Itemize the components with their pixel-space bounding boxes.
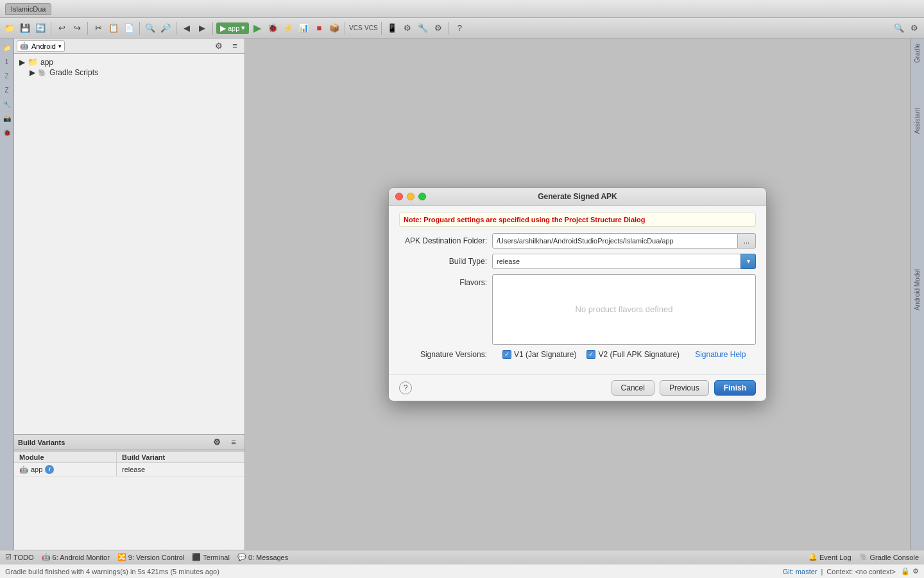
android-selector[interactable]: 🤖 Android ▾: [17, 40, 65, 52]
build-type-select-wrapper: release debug ▾: [492, 254, 756, 269]
panel-options-btn[interactable]: ≡: [228, 39, 242, 53]
toolbar-copy-btn[interactable]: 📋: [107, 21, 121, 35]
dialog-content: Note: Proguard settings are specified us…: [389, 206, 766, 374]
previous-button[interactable]: Previous: [660, 380, 709, 396]
cancel-button[interactable]: Cancel: [612, 380, 654, 396]
bottom-tab-bar: ☑ TODO 🤖 6: Android Monitor 🔀 9: Version…: [0, 550, 924, 564]
toolbar-attach-btn[interactable]: ⚡: [281, 21, 295, 35]
dialog-help-btn[interactable]: ?: [399, 381, 412, 394]
tree-app-label: app: [40, 58, 53, 67]
toolbar-sdk-btn[interactable]: 🔧: [416, 21, 430, 35]
toolbar-save-btn[interactable]: 💾: [18, 21, 32, 35]
captures-tab-icon[interactable]: 📸: [1, 112, 13, 125]
toolbar-sep-4: [176, 22, 176, 35]
right-panel-tabs: Gradle Assistant Android Model: [910, 39, 924, 550]
bv-options-btn[interactable]: ≡: [227, 435, 241, 450]
footer-right: Cancel Previous Finish: [612, 380, 756, 396]
dialog-titlebar: Generate Signed APK: [389, 188, 766, 206]
toolbar-forward-btn[interactable]: ▶: [195, 21, 209, 35]
left-panel-tabs: 📁 1 Z Z 🔧 📸 🐞: [0, 39, 14, 550]
close-button[interactable]: [395, 193, 403, 200]
apk-dest-browse-btn[interactable]: ...: [738, 233, 756, 249]
toolbar-vcs-btn[interactable]: VCS: [348, 21, 363, 35]
terminal-tab[interactable]: ⬛ Terminal: [192, 553, 230, 561]
apk-dest-input[interactable]: [492, 233, 738, 249]
version-control-tab[interactable]: 🔀 9: Version Control: [117, 553, 184, 561]
tab-icon-4[interactable]: Z: [1, 83, 13, 96]
v2-checkbox-label[interactable]: ✓ V2 (Full APK Signature): [586, 350, 680, 359]
messages-tab[interactable]: 💬 0: Messages: [237, 553, 288, 561]
toolbar-device-btn[interactable]: 📱: [385, 21, 399, 35]
toolbar-undo-btn[interactable]: ↩: [55, 21, 69, 35]
minimize-button[interactable]: [407, 193, 415, 200]
run-config-arrow: ▾: [241, 24, 245, 32]
toolbar-sync-btn[interactable]: 🔄: [33, 21, 47, 35]
tab-icon-3[interactable]: Z: [1, 69, 13, 82]
assistant-tab[interactable]: Assistant: [912, 105, 922, 137]
flavors-label: Flavors:: [399, 274, 492, 287]
tab-icon-7[interactable]: 🐞: [1, 126, 13, 139]
v1-checkbox-label[interactable]: ✓ V1 (Jar Signature): [502, 350, 576, 359]
tree-item-gradle[interactable]: ▶ 🐘 Gradle Scripts: [17, 67, 242, 78]
toolbar-vcs2-btn[interactable]: VCS: [364, 21, 378, 35]
todo-tab[interactable]: ☑ TODO: [5, 553, 34, 561]
dialog-overlay: Generate Signed APK Note: Proguard setti…: [245, 39, 910, 550]
event-log-tab[interactable]: 🔔 Event Log: [809, 553, 851, 561]
v2-checkbox[interactable]: ✓: [586, 350, 595, 359]
maximize-button[interactable]: [418, 193, 426, 200]
note-prefix: Note:: [404, 216, 424, 223]
todo-icon: ☑: [5, 553, 12, 561]
toolbar-apk-btn[interactable]: 📦: [327, 21, 341, 35]
lock-icon[interactable]: 🔒: [901, 567, 910, 575]
status-message-bar: Gradle build finished with 4 warnings(s)…: [0, 564, 924, 578]
app-folder-icon: 📁: [28, 57, 38, 67]
toolbar-settings-btn[interactable]: ⚙: [431, 21, 445, 35]
toolbar-debug-btn[interactable]: 🐞: [266, 21, 280, 35]
version-control-icon: 🔀: [117, 553, 126, 561]
toolbar-settings-global-btn[interactable]: ⚙: [907, 21, 921, 35]
git-label[interactable]: Git: master: [783, 568, 817, 575]
toolbar-stop-btn[interactable]: ■: [312, 21, 326, 35]
toolbar-search2-btn[interactable]: 🔎: [158, 21, 173, 35]
gradle-console-tab[interactable]: 🐘 Gradle Console: [859, 553, 919, 561]
toolbar-sep-2: [87, 22, 88, 35]
tree-item-app[interactable]: ▶ 📁 app: [17, 57, 242, 67]
build-variants-panel: Build Variants ⚙ ≡ Module Build Variant …: [14, 434, 244, 550]
toolbar-run-btn[interactable]: ▶: [250, 21, 264, 35]
android-monitor-tab[interactable]: 🤖 6: Android Monitor: [42, 553, 110, 561]
toolbar-search-global-btn[interactable]: 🔍: [892, 21, 906, 35]
bv-info-icon[interactable]: i: [45, 465, 54, 474]
settings-icon[interactable]: ⚙: [912, 567, 919, 575]
title-tab[interactable]: IslamicDua: [5, 3, 51, 15]
panel-settings-btn[interactable]: ⚙: [212, 39, 226, 53]
project-panel-toolbar: 🤖 Android ▾ ⚙ ≡: [14, 39, 244, 54]
gradle-tab[interactable]: Gradle: [912, 41, 922, 66]
v1-checkbox[interactable]: ✓: [502, 350, 511, 359]
finish-button[interactable]: Finish: [714, 380, 756, 396]
toolbar-cut-btn[interactable]: ✂: [91, 21, 105, 35]
version-control-label: 9: Version Control: [128, 554, 184, 561]
terminal-label: Terminal: [203, 554, 230, 561]
build-type-select[interactable]: release debug: [492, 254, 756, 269]
tab-icon-2[interactable]: 1: [1, 55, 13, 68]
bv-variant-value: release: [122, 466, 145, 473]
toolbar-project-btn[interactable]: 📁: [3, 21, 17, 35]
toolbar-profile-btn[interactable]: 📊: [296, 21, 311, 35]
toolbar-paste-btn[interactable]: 📄: [122, 21, 136, 35]
toolbar-sep-1: [51, 22, 51, 35]
run-config-selector[interactable]: ▶ app ▾: [216, 22, 249, 34]
android-model-tab[interactable]: Android Model: [912, 267, 922, 313]
bv-settings-btn[interactable]: ⚙: [210, 435, 224, 450]
toolbar-help-btn[interactable]: ?: [452, 21, 466, 35]
toolbar-back-btn[interactable]: ◀: [180, 21, 194, 35]
project-tab-icon[interactable]: 📁: [1, 41, 13, 54]
tab-icon-5[interactable]: 🔧: [1, 98, 13, 110]
toolbar-search-btn[interactable]: 🔍: [143, 21, 157, 35]
bv-row-app[interactable]: 🤖 app i release: [14, 463, 244, 477]
toolbar-avd-btn[interactable]: ⚙: [400, 21, 415, 35]
toolbar-redo-btn[interactable]: ↪: [70, 21, 84, 35]
bv-col-module-header: Module: [14, 452, 117, 462]
title-bar: IslamicDua: [0, 0, 924, 18]
signature-help-link[interactable]: Signature Help: [695, 350, 746, 359]
build-type-row: Build Type: release debug ▾: [399, 254, 756, 269]
